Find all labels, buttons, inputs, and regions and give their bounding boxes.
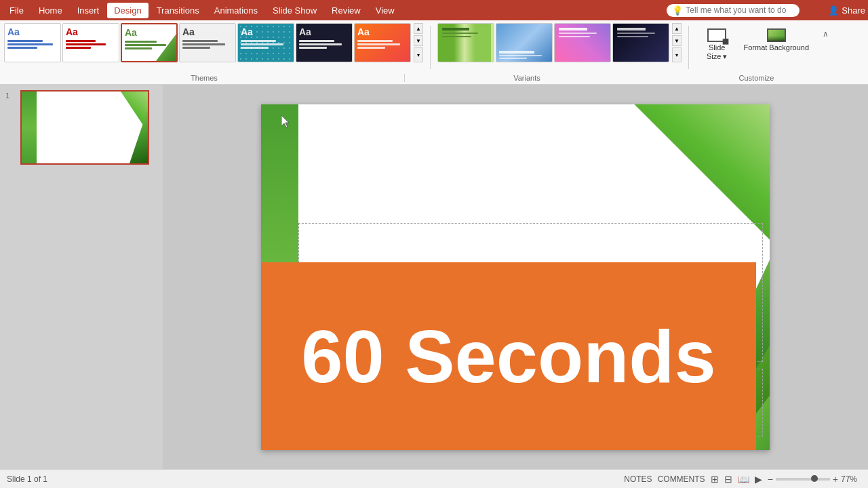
theme-1[interactable]: Aa (4, 23, 61, 62)
theme-3[interactable]: Aa (121, 23, 178, 62)
theme-scroll-arrows: ▲ ▼ ▾ (414, 23, 423, 62)
variants-row: ▲ ▼ ▾ (437, 23, 682, 62)
slide-size-label: SlideSize ▾ (707, 43, 727, 61)
zoom-level[interactable]: 77% (841, 474, 861, 484)
slide-canvas: Click to add title subtitle 60 Seconds (261, 104, 770, 450)
variant-3[interactable] (554, 23, 611, 62)
zoom-thumb[interactable] (811, 475, 818, 482)
variants-label: Variants (405, 74, 649, 82)
menu-view[interactable]: View (369, 3, 401, 18)
variant-2[interactable] (496, 23, 553, 62)
slide-sorter-icon[interactable]: ⊟ (724, 474, 732, 485)
status-right: NOTES COMMENTS ⊞ ⊟ 📖 ▶ − + 77% (624, 474, 861, 485)
thumb-green-left (22, 92, 37, 163)
menu-design[interactable]: Design (107, 3, 148, 18)
zoom-in-button[interactable]: + (833, 474, 838, 485)
menu-review[interactable]: Review (325, 3, 368, 18)
menu-home[interactable]: Home (32, 3, 69, 18)
collapse-ribbon-button[interactable]: ∧ (823, 27, 829, 39)
slide-item-1[interactable]: 1 (5, 90, 157, 165)
scroll-down-arrow[interactable]: ▼ (414, 35, 423, 46)
menu-animations[interactable]: Animations (208, 3, 264, 18)
theme-2[interactable]: Aa (62, 23, 119, 62)
ribbon: Aa Aa (0, 20, 868, 85)
menu-slideshow[interactable]: Slide Show (266, 3, 323, 18)
person-icon: 👤 (828, 5, 839, 16)
theme-6[interactable]: Aa (296, 23, 353, 62)
format-background-button[interactable]: Format Background (738, 26, 814, 55)
ribbon-divider-2 (688, 26, 689, 69)
canvas-area[interactable]: Click to add title subtitle 60 Seconds (163, 85, 868, 469)
theme-5[interactable]: Aa (237, 23, 294, 62)
menu-insert[interactable]: Insert (71, 3, 106, 18)
main-area: 1 Click to add title su (0, 85, 868, 469)
zoom-slider[interactable] (776, 478, 830, 481)
variant-scroll-more[interactable]: ▾ (672, 47, 682, 62)
variant-4[interactable] (612, 23, 669, 62)
zoom-bar: − + 77% (768, 474, 861, 485)
menu-transitions[interactable]: Transitions (150, 3, 206, 18)
normal-view-icon[interactable]: ⊞ (711, 474, 719, 485)
variant-scroll-arrows: ▲ ▼ ▾ (672, 23, 682, 62)
menu-file[interactable]: File (3, 3, 31, 18)
slide-number: 1 (5, 90, 16, 100)
format-background-label: Format Background (743, 43, 809, 52)
zoom-out-button[interactable]: − (768, 474, 773, 485)
themes-section: Aa Aa (4, 23, 423, 72)
overlay-text: 60 Seconds (301, 313, 715, 399)
themes-label: Themes (4, 74, 404, 82)
scroll-up-arrow[interactable]: ▲ (414, 23, 423, 34)
lightbulb-icon: 💡 (672, 5, 683, 16)
slide-thumbnail[interactable] (20, 90, 149, 165)
presentation-icon[interactable]: ▶ (755, 474, 762, 485)
variant-scroll-up[interactable]: ▲ (672, 23, 682, 34)
slide-size-button[interactable]: ⬛ SlideSize ▾ (701, 26, 732, 64)
comments-button[interactable]: COMMENTS (658, 474, 705, 484)
variant-1[interactable] (437, 23, 494, 62)
status-bar: Slide 1 of 1 NOTES COMMENTS ⊞ ⊟ 📖 ▶ − + … (0, 469, 868, 488)
slide-info: Slide 1 of 1 (7, 474, 47, 484)
search-bar[interactable]: 💡 (667, 4, 800, 17)
customize-section: ⬛ SlideSize ▾ Format Background (696, 23, 834, 72)
theme-7[interactable]: Aa (354, 23, 411, 62)
variants-section: ▲ ▼ ▾ (437, 23, 682, 72)
menu-bar: File Home Insert Design Transitions Anim… (0, 0, 868, 20)
scroll-more-arrow[interactable]: ▾ (414, 47, 423, 62)
ribbon-labels: Themes Variants Customize (0, 72, 868, 84)
orange-banner: 60 Seconds (261, 262, 756, 450)
notes-button[interactable]: NOTES (624, 474, 652, 484)
themes-row: Aa Aa (4, 23, 423, 62)
search-input[interactable] (686, 5, 794, 15)
share-button[interactable]: 👤 Share (828, 5, 865, 16)
variant-scroll-down[interactable]: ▼ (672, 35, 682, 46)
reading-view-icon[interactable]: 📖 (738, 474, 749, 485)
theme-4[interactable]: Aa (179, 23, 236, 62)
slide-panel: 1 (0, 85, 163, 469)
slide-green-top-right (634, 104, 770, 240)
ribbon-divider-1 (430, 26, 431, 69)
customize-label: Customize (649, 74, 864, 82)
